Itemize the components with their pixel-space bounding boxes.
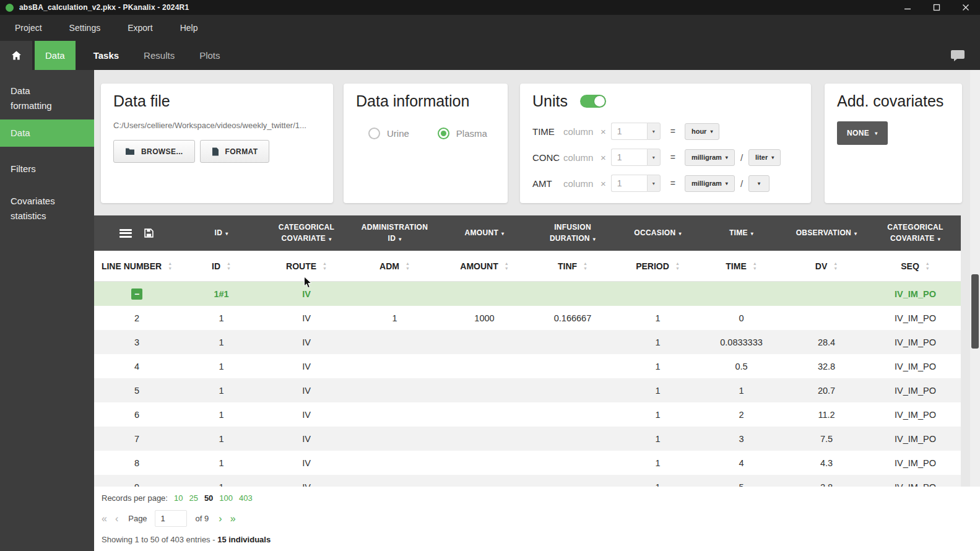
- mapping-dropdown-categorical-covariate[interactable]: CATEGORICAL COVARIATE▾: [263, 215, 350, 251]
- table-cell: IV_IM_PO: [870, 378, 961, 402]
- page-size-100[interactable]: 100: [219, 493, 233, 503]
- chevron-down-icon: ▾: [679, 231, 681, 236]
- conc-factor-dropdown[interactable]: ▾: [647, 149, 661, 166]
- menu-settings[interactable]: Settings: [69, 23, 101, 33]
- time-factor-dropdown[interactable]: ▾: [647, 123, 661, 140]
- page-size-403[interactable]: 403: [239, 493, 253, 503]
- table-cell: [440, 451, 529, 475]
- column-header-line-number[interactable]: LINE NUMBER▲▼: [94, 251, 180, 281]
- amt-factor-input[interactable]: [611, 175, 647, 192]
- unit-row-time: TIME column × ▾ = hour▾: [532, 123, 799, 140]
- page-size-25[interactable]: 25: [189, 493, 197, 503]
- mapping-dropdown-observation[interactable]: OBSERVATION▾: [783, 215, 870, 251]
- mapping-dropdown-amount[interactable]: AMOUNT▾: [440, 215, 529, 251]
- menu-help[interactable]: Help: [180, 23, 198, 33]
- table-row[interactable]: 91IV152.8IV_IM_PO: [94, 475, 961, 487]
- amt-denominator-unit-dropdown[interactable]: ▾: [748, 175, 770, 192]
- add-covariates-dropdown[interactable]: NONE ▾: [837, 121, 888, 145]
- sidebar-item-data[interactable]: Data: [0, 119, 94, 147]
- minimize-button[interactable]: [893, 0, 922, 15]
- radio-option-plasma[interactable]: Plasma: [438, 128, 487, 139]
- next-page-button[interactable]: ›: [219, 513, 222, 524]
- column-header-dv[interactable]: DV▲▼: [783, 251, 870, 281]
- maximize-button[interactable]: [922, 0, 951, 15]
- home-button[interactable]: [0, 41, 32, 70]
- mapping-dropdown-id[interactable]: ID▾: [180, 215, 263, 251]
- mapping-dropdown-time[interactable]: TIME▾: [700, 215, 783, 251]
- page-number-input[interactable]: [155, 510, 187, 527]
- tab-results[interactable]: Results: [133, 41, 185, 70]
- table-row[interactable]: 81IV144.3IV_IM_PO: [94, 451, 961, 475]
- table-row[interactable]: 61IV1211.2IV_IM_PO: [94, 402, 961, 427]
- table-row[interactable]: 71IV137.5IV_IM_PO: [94, 427, 961, 451]
- column-header-period[interactable]: PERIOD▲▼: [616, 251, 700, 281]
- table-cell: IV_IM_PO: [870, 475, 961, 487]
- page-size-10[interactable]: 10: [174, 493, 183, 503]
- pkanalix-window: absBA_calculation_v2.pkx - PKanalix - 20…: [0, 0, 980, 551]
- table-menu-icon[interactable]: [119, 229, 132, 238]
- first-page-button[interactable]: «: [102, 513, 107, 524]
- table-row[interactable]: 31IV10.083333328.4IV_IM_PO: [94, 330, 961, 354]
- units-toggle[interactable]: [580, 95, 606, 108]
- menu-project[interactable]: Project: [15, 23, 42, 33]
- table-cell: [440, 378, 529, 402]
- urine-radio-icon: [368, 128, 380, 139]
- plasma-radio-icon: [438, 128, 449, 139]
- table-cell: [350, 330, 440, 354]
- column-header-time[interactable]: TIME▲▼: [700, 251, 783, 281]
- menu-export[interactable]: Export: [128, 23, 152, 33]
- table-row[interactable]: 21IV110000.16666710IV_IM_PO: [94, 306, 961, 330]
- conc-volume-unit-dropdown[interactable]: liter▾: [748, 149, 781, 166]
- amt-factor-dropdown[interactable]: ▾: [647, 175, 661, 192]
- amt-mass-unit-dropdown[interactable]: milligram▾: [685, 175, 735, 192]
- radio-option-urine[interactable]: Urine: [368, 128, 409, 139]
- scrollbar-thumb[interactable]: [971, 274, 979, 349]
- mapping-dropdown-administration-id[interactable]: ADMINISTRATION ID▾: [350, 215, 440, 251]
- page-size-50[interactable]: 50: [204, 493, 213, 503]
- column-header-seq[interactable]: SEQ▲▼: [870, 251, 961, 281]
- table-cell: IV: [263, 282, 350, 306]
- table-row[interactable]: 51IV1120.7IV_IM_PO: [94, 378, 961, 402]
- column-header-route[interactable]: ROUTE▲▼: [263, 251, 350, 281]
- close-button[interactable]: [951, 0, 980, 15]
- sidebar-item-covariates-statistics[interactable]: Covariates statistics: [0, 188, 94, 230]
- table-cell: 11.2: [783, 402, 870, 427]
- time-factor-input[interactable]: [611, 123, 647, 140]
- previous-page-button[interactable]: ‹: [115, 513, 118, 524]
- column-header-adm[interactable]: ADM▲▼: [350, 251, 440, 281]
- table-cell: [440, 282, 529, 306]
- format-button[interactable]: FORMAT: [200, 140, 270, 163]
- vertical-scrollbar[interactable]: [970, 70, 980, 487]
- mapping-dropdown-infusion-duration[interactable]: INFUSION DURATION▾: [529, 215, 616, 251]
- table-cell: [529, 354, 616, 378]
- sidebar-item-filters[interactable]: Filters: [0, 155, 94, 183]
- column-header-id[interactable]: ID▲▼: [180, 251, 263, 281]
- conc-mass-unit-dropdown[interactable]: milligram▾: [685, 149, 735, 166]
- tab-plots[interactable]: Plots: [189, 41, 230, 70]
- window-title: absBA_calculation_v2.pkx - PKanalix - 20…: [19, 3, 189, 12]
- sidebar-item-data-formatting[interactable]: Data formatting: [0, 77, 94, 119]
- column-header-tinf[interactable]: TINF▲▼: [529, 251, 616, 281]
- save-icon[interactable]: [144, 228, 154, 238]
- collapse-row-button[interactable]: −: [131, 289, 142, 300]
- conc-factor-input[interactable]: [611, 149, 647, 166]
- time-unit-dropdown[interactable]: hour▾: [685, 123, 719, 140]
- chevron-down-icon: ▾: [751, 231, 753, 236]
- table-cell: 4: [700, 451, 783, 475]
- sort-icon: ▲▼: [505, 261, 509, 271]
- last-page-button[interactable]: »: [230, 513, 236, 524]
- mapping-dropdown-categorical-covariate-2[interactable]: CATEGORICAL COVARIATE▾: [870, 215, 961, 251]
- browse-button[interactable]: BROWSE...: [113, 140, 195, 163]
- table-cell: 1: [616, 475, 700, 487]
- tab-tasks[interactable]: Tasks: [83, 41, 129, 70]
- table-row[interactable]: −1#1IVIV_IM_PO: [94, 282, 961, 306]
- feedback-button[interactable]: [950, 49, 965, 63]
- mapping-dropdown-occasion[interactable]: OCCASION▾: [616, 215, 700, 251]
- table-cell: [529, 427, 616, 451]
- sort-icon: ▲▼: [405, 261, 410, 271]
- column-header-amount[interactable]: AMOUNT▲▼: [440, 251, 529, 281]
- table-cell: 2.8: [783, 475, 870, 487]
- table-cell: IV: [263, 451, 350, 475]
- tab-data[interactable]: Data: [35, 41, 76, 70]
- table-row[interactable]: 41IV10.532.8IV_IM_PO: [94, 354, 961, 378]
